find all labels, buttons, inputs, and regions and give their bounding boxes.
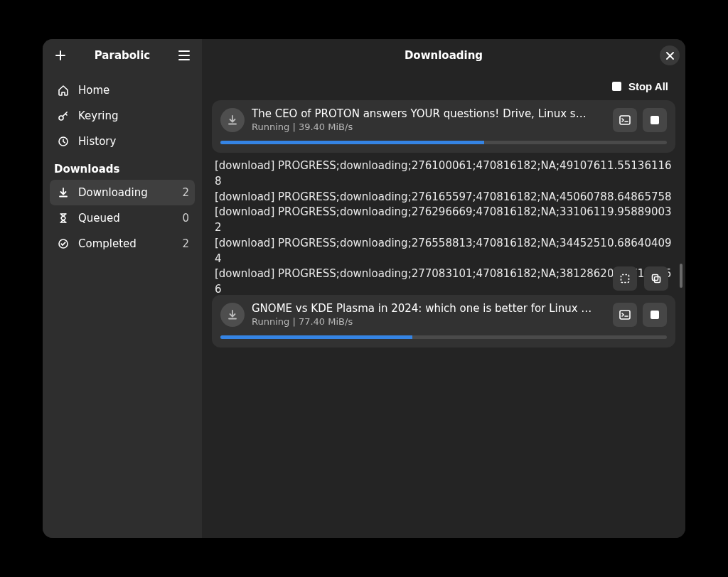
download-badge-icon — [220, 108, 245, 132]
show-log-button[interactable] — [613, 108, 637, 132]
log-output[interactable]: [download] PROGRESS;downloading;27610006… — [212, 154, 675, 295]
app-title: Parabolic — [73, 49, 172, 62]
download-log: [download] PROGRESS;downloading;27610006… — [212, 154, 675, 295]
add-button[interactable] — [48, 43, 73, 68]
download-title: GNOME vs KDE Plasma in 2024: which one i… — [252, 302, 606, 315]
nav-completed-count: 2 — [182, 237, 189, 250]
download-badge-icon — [220, 303, 245, 327]
stop-download-button[interactable] — [643, 303, 667, 327]
stop-all-button[interactable]: Stop All — [605, 76, 675, 97]
nav-home-label: Home — [78, 84, 189, 97]
svg-rect-5 — [655, 277, 660, 283]
nav-completed-label: Completed — [78, 237, 182, 250]
nav-queued-count: 0 — [182, 212, 189, 225]
nav-keyring-label: Keyring — [78, 109, 189, 122]
history-icon — [55, 136, 71, 147]
download-title: The CEO of PROTON answers YOUR questions… — [252, 107, 606, 120]
download-card: GNOME vs KDE Plasma in 2024: which one i… — [212, 295, 675, 347]
plus-icon — [55, 50, 66, 61]
progress-bar — [220, 335, 667, 339]
download-status: Running | 77.40 MiB/s — [252, 316, 606, 327]
sidebar-top: Home Keyring History Downloads Download — [43, 72, 202, 257]
nav-queued[interactable]: Queued 0 — [50, 205, 195, 231]
select-all-icon — [619, 273, 631, 284]
nav-history-label: History — [78, 135, 189, 148]
stop-icon — [651, 116, 659, 124]
app-window: Parabolic Home Keyring — [43, 39, 685, 538]
svg-rect-4 — [621, 275, 629, 283]
stop-icon — [612, 82, 621, 91]
main-pane: Downloading Stop All The CEO of PROTON a… — [202, 39, 685, 538]
download-card: The CEO of PROTON answers YOUR questions… — [212, 100, 675, 153]
download-status: Running | 39.40 MiB/s — [252, 122, 606, 132]
key-icon — [55, 110, 71, 122]
scrollbar[interactable] — [680, 264, 682, 288]
nav-queued-label: Queued — [78, 212, 182, 225]
hamburger-icon — [178, 50, 190, 60]
nav-downloading[interactable]: Downloading 2 — [50, 180, 195, 205]
menu-button[interactable] — [172, 43, 196, 68]
check-circle-icon — [55, 238, 71, 249]
nav-completed[interactable]: Completed 2 — [50, 231, 195, 257]
show-log-button[interactable] — [613, 303, 637, 327]
nav-downloading-label: Downloading — [78, 186, 182, 199]
toolbar: Stop All — [202, 72, 685, 100]
downloads-list: The CEO of PROTON answers YOUR questions… — [202, 100, 685, 538]
select-all-button[interactable] — [613, 266, 637, 291]
page-title: Downloading — [202, 49, 685, 62]
svg-rect-6 — [653, 275, 658, 281]
home-icon — [55, 85, 71, 96]
main-header: Downloading — [202, 39, 685, 72]
stop-icon — [651, 311, 659, 319]
terminal-icon — [619, 115, 631, 125]
terminal-icon — [619, 310, 631, 320]
nav-keyring[interactable]: Keyring — [50, 103, 195, 129]
sidebar-header: Parabolic — [43, 39, 202, 72]
stop-download-button[interactable] — [643, 108, 667, 132]
progress-bar — [220, 141, 667, 144]
nav-downloading-count: 2 — [182, 186, 189, 199]
nav-history[interactable]: History — [50, 129, 195, 154]
sidebar: Parabolic Home Keyring — [43, 39, 202, 538]
sidebar-section-label: Downloads — [50, 154, 195, 180]
copy-icon — [651, 273, 662, 284]
hourglass-icon — [55, 212, 71, 224]
download-icon — [55, 187, 71, 198]
close-icon — [666, 52, 674, 60]
progress-fill — [220, 141, 484, 144]
svg-rect-7 — [620, 311, 630, 319]
close-button[interactable] — [660, 45, 680, 65]
stop-all-label: Stop All — [628, 80, 668, 92]
nav-home[interactable]: Home — [50, 77, 195, 103]
progress-fill — [220, 335, 412, 339]
svg-rect-3 — [620, 116, 630, 124]
copy-button[interactable] — [644, 266, 668, 291]
